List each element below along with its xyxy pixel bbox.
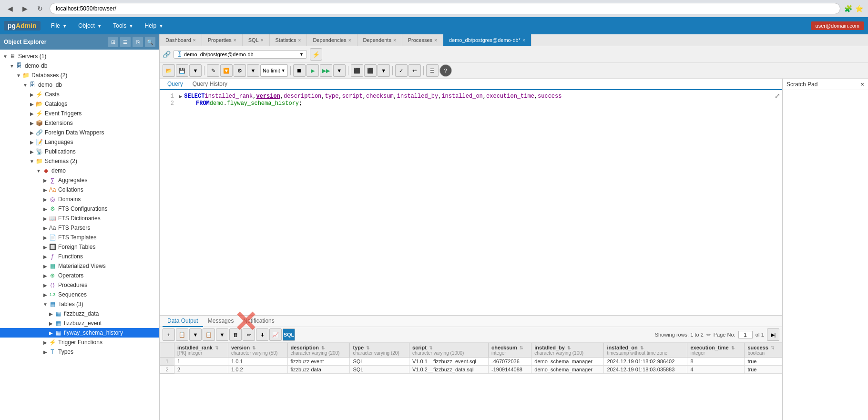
limit-selector[interactable]: No limit ▼ bbox=[260, 64, 288, 77]
tab-query-editor[interactable]: demo_db/postgres@demo-db* × bbox=[443, 34, 531, 46]
download-button[interactable]: ⬇ bbox=[256, 328, 268, 341]
tree-toggle-servers[interactable]: ▼ bbox=[2, 54, 9, 59]
tab-query-editor-close[interactable]: × bbox=[522, 38, 525, 43]
menu-object[interactable]: Object ▼ bbox=[73, 20, 106, 31]
open-file-button[interactable]: 📂 bbox=[163, 64, 175, 77]
tab-processes-close[interactable]: × bbox=[434, 38, 437, 43]
tree-toggle-fts-dict[interactable]: ▶ bbox=[42, 216, 49, 221]
tree-item-materialized-views[interactable]: ▶ ▦ Materialized Views bbox=[0, 261, 159, 271]
tab-statistics-close[interactable]: × bbox=[298, 38, 301, 43]
db-selector[interactable]: 🗄 demo_db/postgres@demo-db ▼ bbox=[174, 50, 307, 59]
tree-toggle-languages[interactable]: ▶ bbox=[29, 140, 35, 145]
add-row-button[interactable]: + bbox=[163, 328, 175, 341]
tree-item-extensions[interactable]: ▶ 📦 Extensions bbox=[0, 118, 159, 128]
tree-toggle-fizzbuzz-event[interactable]: ▶ bbox=[48, 321, 54, 326]
run-button[interactable]: ▶ bbox=[306, 64, 319, 77]
copy-options-button[interactable]: ▼ bbox=[189, 328, 202, 341]
save-file-button[interactable]: 💾 bbox=[176, 64, 188, 77]
tree-toggle-databases[interactable]: ▼ bbox=[15, 73, 22, 78]
tree-toggle-publications[interactable]: ▶ bbox=[29, 149, 35, 154]
filter-options-button[interactable]: 🔽 bbox=[220, 64, 233, 77]
tree-item-casts[interactable]: ▶ ⚡ Casts bbox=[0, 90, 159, 99]
paste-options-button[interactable]: ▼ bbox=[216, 328, 228, 341]
tab-dependents[interactable]: Dependents × bbox=[357, 34, 402, 46]
address-bar[interactable] bbox=[50, 3, 840, 14]
sidebar-grid-icon[interactable]: ⊞ bbox=[108, 37, 118, 47]
chart-button[interactable]: 📈 bbox=[269, 328, 282, 341]
copy-button[interactable]: 📋 bbox=[176, 328, 188, 341]
back-button[interactable]: ◀ bbox=[5, 4, 16, 13]
tab-dependencies[interactable]: Dependencies × bbox=[307, 34, 357, 46]
tree-item-operators[interactable]: ▶ ⊕ Operators bbox=[0, 271, 159, 280]
sql-button[interactable]: SQL bbox=[283, 328, 295, 341]
tree-toggle-flyway[interactable]: ▶ bbox=[48, 330, 54, 336]
tree-item-collations[interactable]: ▶ Aa Collations bbox=[0, 185, 159, 195]
rollback-button[interactable]: ↩ bbox=[408, 64, 421, 77]
data-output-tab[interactable]: Data Output bbox=[163, 316, 203, 327]
messages-tab[interactable]: Messages bbox=[203, 316, 239, 327]
col-header-script[interactable]: script ⇅ character varying (1000) bbox=[409, 343, 489, 358]
tree-toggle-trigger-functions[interactable]: ▶ bbox=[42, 340, 49, 345]
tree-item-fizzbuzz-event[interactable]: ▶ ▦ fizzbuzz_event bbox=[0, 318, 159, 328]
tree-toggle-domains[interactable]: ▶ bbox=[42, 197, 49, 202]
filter-toggle-button[interactable]: ⚙ bbox=[234, 64, 246, 77]
tree-toggle-casts[interactable]: ▶ bbox=[29, 92, 35, 97]
tree-toggle-demo_db[interactable]: ▼ bbox=[22, 82, 29, 88]
next-page-button[interactable]: ▶| bbox=[767, 328, 779, 341]
tree-item-foreign-tables[interactable]: ▶ 🔲 Foreign Tables bbox=[0, 242, 159, 252]
tree-item-fts-dict[interactable]: ▶ 📖 FTS Dictionaries bbox=[0, 214, 159, 223]
tree-item-fts-config[interactable]: ▶ ⚙ FTS Configurations bbox=[0, 204, 159, 214]
tree-item-flyway-schema-history[interactable]: ▶ ▦ flyway_schema_history bbox=[0, 328, 159, 338]
query-history-tab[interactable]: Query History bbox=[188, 79, 232, 90]
scratch-pad-close-button[interactable]: × bbox=[860, 81, 864, 88]
tree-item-databases[interactable]: ▼ 📁 Databases (2) bbox=[0, 71, 159, 80]
col-header-success[interactable]: success ⇅ boolean bbox=[745, 343, 782, 358]
tree-toggle-foreign-tables[interactable]: ▶ bbox=[42, 245, 49, 250]
query-tab[interactable]: Query bbox=[163, 79, 188, 90]
run-script-button[interactable]: ▶▶ bbox=[320, 64, 332, 77]
tree-item-procedures[interactable]: ▶ { } Procedures bbox=[0, 280, 159, 290]
tree-item-types[interactable]: ▶ T Types bbox=[0, 347, 159, 357]
edit-button[interactable]: ✏ bbox=[243, 328, 255, 341]
tree-item-trigger-functions[interactable]: ▶ ⚡ Trigger Functions bbox=[0, 338, 159, 347]
commit-button[interactable]: ✓ bbox=[395, 64, 408, 77]
db-connect-button[interactable]: ⚡ bbox=[310, 48, 322, 61]
col-header-installed-by[interactable]: installed_by ⇅ character varying (100) bbox=[531, 343, 604, 358]
filter-row-button[interactable]: ▼ bbox=[247, 64, 259, 77]
stop-button[interactable]: ⏹ bbox=[293, 64, 306, 77]
col-header-installed-rank[interactable]: installed_rank ⇅ [PK] integer bbox=[174, 343, 228, 358]
tree-toggle-extensions[interactable]: ▶ bbox=[29, 121, 35, 126]
tree-toggle-catalogs[interactable]: ▶ bbox=[29, 102, 35, 107]
tab-dashboard[interactable]: Dashboard × bbox=[160, 34, 202, 46]
expand-editor-icon[interactable]: ⤢ bbox=[775, 92, 780, 100]
notifications-tab[interactable]: Notifications bbox=[238, 316, 279, 327]
user-menu[interactable]: user@domain.com bbox=[811, 21, 864, 30]
tree-toggle-procedures[interactable]: ▶ bbox=[42, 283, 49, 288]
tab-dashboard-close[interactable]: × bbox=[193, 38, 196, 43]
tab-properties[interactable]: Properties × bbox=[202, 34, 243, 46]
sidebar-list-icon[interactable]: ☰ bbox=[120, 37, 131, 47]
col-header-type[interactable]: type ⇅ character varying (20) bbox=[350, 343, 409, 358]
menu-file[interactable]: File ▼ bbox=[46, 20, 72, 31]
tree-item-demo-db[interactable]: ▼ 🗄 demo-db bbox=[0, 61, 159, 71]
tree-toggle-types[interactable]: ▶ bbox=[42, 349, 49, 355]
page-input[interactable] bbox=[738, 331, 753, 338]
tree-item-tables[interactable]: ▼ ▦ Tables (3) bbox=[0, 299, 159, 309]
tree-item-aggregates[interactable]: ▶ ∑ Aggregates bbox=[0, 175, 159, 185]
query-editor[interactable]: 1 ▶ SELECT installed_rank , version , de… bbox=[160, 90, 782, 315]
tree-item-domains[interactable]: ▶ ◎ Domains bbox=[0, 195, 159, 204]
col-header-version[interactable]: version ⇅ character varying (50) bbox=[228, 343, 288, 358]
tree-item-demo_db[interactable]: ▼ 🗄 demo_db bbox=[0, 80, 159, 90]
tree-toggle-aggregates[interactable]: ▶ bbox=[42, 178, 49, 183]
col-header-description[interactable]: description ⇅ character varying (200) bbox=[287, 343, 350, 358]
tree-item-publications[interactable]: ▶ 📡 Publications bbox=[0, 147, 159, 156]
tree-item-catalogs[interactable]: ▶ 📂 Catalogs bbox=[0, 99, 159, 109]
run-options-button[interactable]: ▼ bbox=[333, 64, 346, 77]
menu-help[interactable]: Help ▼ bbox=[140, 20, 168, 31]
tab-sql[interactable]: SQL × bbox=[243, 34, 270, 46]
col-header-execution-time[interactable]: execution_time ⇅ integer bbox=[687, 343, 745, 358]
refresh-button[interactable]: ↻ bbox=[34, 4, 46, 13]
tab-sql-close[interactable]: × bbox=[261, 38, 264, 43]
tree-toggle-schema-demo[interactable]: ▼ bbox=[35, 168, 42, 174]
sidebar-search-icon[interactable]: 🔍 bbox=[145, 37, 155, 47]
